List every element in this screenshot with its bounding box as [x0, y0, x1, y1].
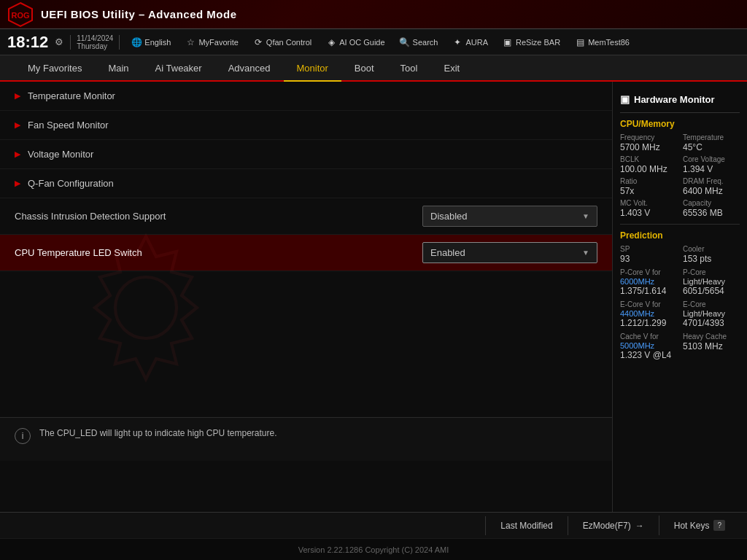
- aioc-icon: ◈: [326, 37, 336, 47]
- header: ROG UEFI BIOS Utility – Advanced Mode: [0, 0, 747, 29]
- monitor-icon: ▣: [620, 93, 630, 105]
- pcore-grid: P-Core V for 6000MHz 1.375/1.614 P-Core …: [620, 268, 740, 296]
- version-bar: Version 2.22.1286 Copyright (C) 2024 AMI: [0, 538, 747, 560]
- section-temperature[interactable]: ▶ Temperature Monitor: [0, 82, 612, 111]
- nav-favorites[interactable]: My Favorites: [15, 55, 95, 82]
- date-display: 11/14/2024 Thursday: [77, 34, 113, 50]
- qfan-icon: ⟳: [253, 37, 263, 47]
- chassis-intrusion-dropdown[interactable]: Disabled ▼: [422, 206, 597, 227]
- core-voltage-cell: Core Voltage 1.394 V: [683, 155, 740, 174]
- search-icon: 🔍: [400, 37, 410, 47]
- section-fanspeed[interactable]: ▶ Fan Speed Monitor: [0, 111, 612, 140]
- gear-decoration: [44, 206, 248, 410]
- frequency-cell: Frequency 5700 MHz: [620, 133, 677, 152]
- left-panel: ▶ Temperature Monitor ▶ Fan Speed Monito…: [0, 82, 612, 512]
- mc-volt-cell: MC Volt. 1.403 V: [620, 199, 677, 218]
- cache-grid: Cache V for 5000MHz 1.323 V @L4 Heavy Ca…: [620, 332, 740, 360]
- toolbar-divider-1: [70, 35, 71, 50]
- nav-tool[interactable]: Tool: [387, 55, 431, 82]
- aura-icon: ✦: [452, 37, 462, 47]
- ratio-cell: Ratio 57x: [620, 177, 677, 196]
- chevron-down-icon: ▼: [582, 212, 589, 220]
- bios-title: UEFI BIOS Utility – Advanced Mode: [41, 8, 236, 20]
- arrow-icon: ▶: [15, 120, 20, 130]
- rog-logo-area: ROG: [7, 1, 34, 28]
- nav-exit[interactable]: Exit: [430, 55, 473, 82]
- hot-keys-button[interactable]: Hot Keys ?: [659, 516, 740, 535]
- arrow-icon: ▶: [15, 179, 20, 188]
- nav-ai-tweaker[interactable]: Ai Tweaker: [142, 55, 215, 82]
- cpu-memory-section-title: CPU/Memory: [620, 119, 740, 129]
- pcore-v-cell: P-Core V for 6000MHz 1.375/1.614: [620, 268, 677, 296]
- toolbar-qfan[interactable]: ⟳ Qfan Control: [247, 34, 317, 50]
- last-modified-button[interactable]: Last Modified: [485, 516, 567, 535]
- hardware-monitor-panel: ▣ Hardware Monitor CPU/Memory Frequency …: [612, 82, 747, 512]
- rog-logo-icon: ROG: [7, 1, 34, 28]
- heavy-cache-cell: Heavy Cache 5103 MHz: [683, 332, 740, 360]
- resizebar-icon: ▣: [503, 37, 513, 47]
- nav-advanced[interactable]: Advanced: [215, 55, 284, 82]
- section-qfan[interactable]: ▶ Q-Fan Configuration: [0, 169, 612, 198]
- ez-mode-button[interactable]: EzMode(F7) →: [568, 516, 659, 535]
- toolbar-aioc[interactable]: ◈ AI OC Guide: [320, 34, 390, 50]
- toolbar-aura[interactable]: ✦ AURA: [446, 34, 494, 50]
- prediction-section-title: Prediction: [620, 230, 740, 241]
- chevron-down-icon: ▼: [582, 249, 589, 257]
- info-icon: i: [15, 428, 31, 444]
- dram-freq-cell: DRAM Freq. 6400 MHz: [683, 177, 740, 196]
- arrow-icon: ▶: [15, 91, 20, 101]
- myfavorite-icon: ☆: [185, 37, 196, 47]
- hw-divider: [620, 224, 740, 225]
- svg-text:ROG: ROG: [11, 11, 29, 20]
- nav-main[interactable]: Main: [95, 55, 142, 82]
- toolbar: 18:12 ⚙ 11/14/2024 Thursday 🌐 English ☆ …: [0, 29, 747, 55]
- nav-monitor[interactable]: Monitor: [284, 55, 341, 82]
- memtest-icon: ▤: [575, 37, 585, 47]
- english-icon: 🌐: [131, 37, 142, 47]
- ecore-cooler-cell: E-Core Light/Heavy 4701/4393: [683, 300, 740, 328]
- ecore-v-cell: E-Core V for 4400MHz 1.212/1.299: [620, 300, 677, 328]
- toolbar-resizebar[interactable]: ▣ ReSize BAR: [497, 34, 566, 50]
- toolbar-myfavorite[interactable]: ☆ MyFavorite: [179, 34, 244, 50]
- section-voltage[interactable]: ▶ Voltage Monitor: [0, 140, 612, 169]
- ezmode-arrow-icon: →: [635, 521, 644, 531]
- cache-v-cell: Cache V for 5000MHz 1.323 V @L4: [620, 332, 677, 360]
- cooler-cell: Cooler 153 pts: [683, 245, 740, 264]
- pcore-cooler-cell: P-Core Light/Heavy 6051/5654: [683, 268, 740, 296]
- toolbar-search[interactable]: 🔍 Search: [394, 34, 444, 50]
- toolbar-divider-2: [119, 35, 120, 50]
- footer: Last Modified EzMode(F7) → Hot Keys ?: [0, 512, 747, 538]
- cpu-memory-grid: Frequency 5700 MHz Temperature 45°C BCLK…: [620, 133, 740, 218]
- hardware-monitor-title: ▣ Hardware Monitor: [620, 89, 740, 113]
- toolbar-memtest[interactable]: ▤ MemTest86: [569, 34, 635, 50]
- temperature-cell: Temperature 45°C: [683, 133, 740, 152]
- prediction-sp-grid: SP 93 Cooler 153 pts: [620, 245, 740, 264]
- info-text: The CPU_LED will light up to indicate hi…: [39, 427, 277, 440]
- settings-icon[interactable]: ⚙: [54, 37, 64, 47]
- bclk-cell: BCLK 100.00 MHz: [620, 155, 677, 174]
- nav-boot[interactable]: Boot: [341, 55, 387, 82]
- nav-menu: My Favorites Main Ai Tweaker Advanced Mo…: [0, 55, 747, 82]
- cpu-temp-led-dropdown[interactable]: Enabled ▼: [422, 242, 597, 263]
- sp-cell: SP 93: [620, 245, 677, 264]
- arrow-icon: ▶: [15, 149, 20, 159]
- toolbar-english[interactable]: 🌐 English: [125, 34, 177, 50]
- clock-display: 18:12: [7, 33, 48, 52]
- svg-point-2: [115, 277, 177, 338]
- ecore-grid: E-Core V for 4400MHz 1.212/1.299 E-Core …: [620, 300, 740, 328]
- hotkeys-icon: ?: [713, 520, 725, 531]
- info-box: i The CPU_LED will light up to indicate …: [0, 417, 612, 461]
- capacity-cell: Capacity 65536 MB: [683, 199, 740, 218]
